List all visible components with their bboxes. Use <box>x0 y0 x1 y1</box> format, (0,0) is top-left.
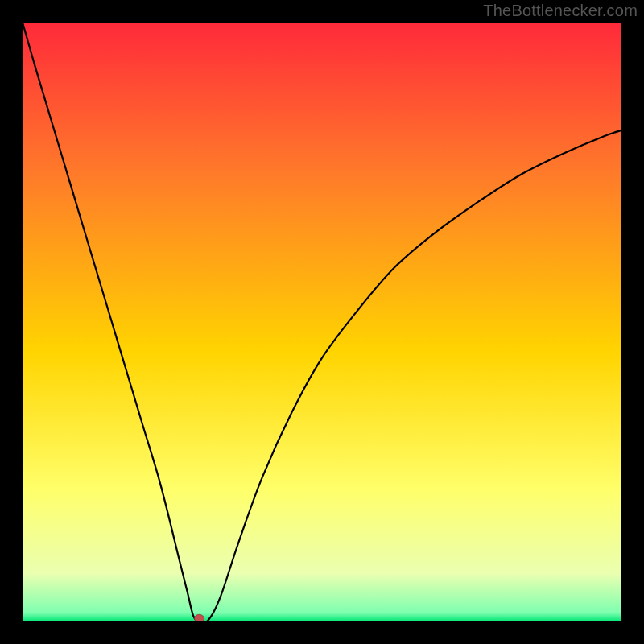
chart-svg <box>23 23 621 621</box>
chart-frame: TheBottlenecker.com <box>0 0 644 644</box>
plot-area <box>23 23 621 621</box>
watermark-text: TheBottlenecker.com <box>483 2 638 20</box>
min-point-marker <box>195 614 204 621</box>
